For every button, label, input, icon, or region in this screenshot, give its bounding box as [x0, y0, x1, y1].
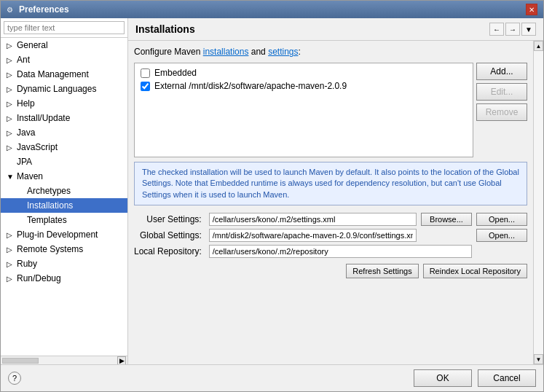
- bottom-bar: ? OK Cancel: [1, 364, 543, 391]
- help-button[interactable]: ?: [8, 372, 21, 385]
- sidebar-scrollbar[interactable]: ▶: [1, 356, 127, 364]
- close-button[interactable]: ✕: [526, 4, 537, 15]
- sidebar-item-plugin-development[interactable]: ▷ Plug-in Development: [1, 227, 127, 242]
- panel-body: Configure Maven installations and settin…: [128, 41, 533, 364]
- preferences-dialog: ⚙ Preferences ✕ ▷ General ▷ Ant: [0, 0, 544, 392]
- scroll-down-btn[interactable]: ▼: [534, 354, 543, 364]
- embedded-label: Embedded: [154, 68, 197, 78]
- arrow-icon: ▷: [7, 114, 14, 122]
- sidebar: ▷ General ▷ Ant ▷ Data Management ▷ Dyna…: [1, 18, 128, 364]
- sidebar-item-installations[interactable]: Installations: [1, 198, 127, 213]
- sidebar-item-ruby[interactable]: ▷ Ruby: [1, 256, 127, 271]
- user-settings-label: User Settings:: [134, 214, 205, 224]
- arrow-icon: ▷: [7, 246, 14, 254]
- installations-row: Embedded External /mnt/disk2/software/ap…: [134, 63, 527, 157]
- arrow-icon: ▷: [7, 231, 14, 239]
- filter-input[interactable]: [4, 21, 125, 34]
- arrow-icon: ▷: [7, 144, 14, 152]
- sidebar-item-install-update[interactable]: ▷ Install/Update: [1, 111, 127, 125]
- installation-item-external: External /mnt/disk2/software/apache-mave…: [138, 79, 470, 93]
- settings-link[interactable]: settings: [268, 47, 298, 57]
- arrow-icon: ▷: [7, 275, 14, 283]
- dialog-title: Preferences: [19, 4, 69, 15]
- local-repo-label: Local Repository:: [134, 246, 205, 256]
- sidebar-item-label: Archetypes: [27, 186, 71, 196]
- global-settings-label: Global Settings:: [134, 230, 205, 240]
- sidebar-item-templates[interactable]: Templates: [1, 213, 127, 227]
- scroll-track: [534, 51, 543, 354]
- sidebar-item-label: Templates: [27, 215, 67, 225]
- user-settings-input[interactable]: [209, 213, 417, 226]
- sidebar-item-javascript[interactable]: ▷ JavaScript: [1, 140, 127, 154]
- global-settings-open-button[interactable]: Open...: [476, 229, 527, 242]
- sidebar-item-data-management[interactable]: ▷ Data Management: [1, 67, 127, 82]
- user-settings-open-button[interactable]: Open...: [476, 213, 527, 226]
- sidebar-item-jpa[interactable]: JPA: [1, 154, 127, 169]
- refresh-row: Refresh Settings Reindex Local Repositor…: [134, 264, 527, 278]
- local-repo-input[interactable]: [209, 245, 472, 258]
- panel-toolbar: ← → ▼: [489, 23, 536, 36]
- right-scrollbar[interactable]: ▲ ▼: [533, 41, 543, 364]
- sidebar-item-maven[interactable]: ▼ Maven: [1, 169, 127, 184]
- side-buttons: Add... Edit... Remove: [476, 63, 527, 157]
- main-content: ▷ General ▷ Ant ▷ Data Management ▷ Dyna…: [1, 18, 543, 364]
- back-button[interactable]: ←: [489, 23, 504, 36]
- dialog-icon: ⚙: [7, 6, 13, 14]
- sidebar-item-label: Maven: [17, 171, 43, 181]
- arrow-icon: ▷: [7, 260, 14, 268]
- installations-link[interactable]: installations: [203, 47, 249, 57]
- settings-grid: User Settings: Browse... Open... Global …: [134, 213, 527, 258]
- config-desc-end: :: [298, 47, 300, 57]
- embedded-checkbox[interactable]: [141, 68, 150, 78]
- filter-box: [1, 18, 127, 38]
- sidebar-item-label: General: [17, 40, 48, 50]
- forward-button[interactable]: →: [505, 23, 520, 36]
- sidebar-item-label: Ant: [17, 55, 30, 65]
- sidebar-item-ant[interactable]: ▷ Ant: [1, 52, 127, 67]
- info-box: The checked installation will be used to…: [134, 162, 527, 205]
- arrow-icon: ▷: [7, 42, 14, 50]
- sidebar-item-run-debug[interactable]: ▷ Run/Debug: [1, 271, 127, 286]
- scroll-up-btn[interactable]: ▲: [534, 41, 543, 51]
- sidebar-item-label: JPA: [17, 157, 32, 167]
- sidebar-item-label: JavaScript: [17, 142, 58, 152]
- installation-item-embedded: Embedded: [138, 66, 470, 79]
- sidebar-item-remote-systems[interactable]: ▷ Remote Systems: [1, 242, 127, 256]
- sidebar-item-dynamic-languages[interactable]: ▷ Dynamic Languages: [1, 82, 127, 96]
- cancel-button[interactable]: Cancel: [478, 369, 536, 387]
- sidebar-item-java[interactable]: ▷ Java: [1, 125, 127, 140]
- arrow-icon: ▷: [7, 71, 14, 79]
- user-settings-browse-button[interactable]: Browse...: [421, 213, 472, 226]
- external-checkbox[interactable]: [141, 82, 150, 91]
- panel-body-wrapper: Configure Maven installations and settin…: [128, 41, 543, 364]
- arrow-icon: ▷: [7, 100, 14, 108]
- arrow-icon: ▼: [7, 173, 14, 181]
- remove-button[interactable]: Remove: [476, 103, 527, 121]
- add-button[interactable]: Add...: [476, 63, 527, 80]
- arrow-icon: ▷: [7, 129, 14, 137]
- sidebar-item-label: Ruby: [17, 259, 37, 269]
- arrow-icon: ▷: [7, 56, 14, 64]
- sidebar-item-general[interactable]: ▷ General: [1, 38, 127, 52]
- right-panel: Installations ← → ▼ Configure Maven inst…: [128, 18, 543, 364]
- sidebar-item-archetypes[interactable]: Archetypes: [1, 184, 127, 198]
- sidebar-item-label: Java: [17, 128, 35, 138]
- sidebar-item-help[interactable]: ▷ Help: [1, 96, 127, 111]
- installations-list: Embedded External /mnt/disk2/software/ap…: [134, 63, 473, 157]
- tree-area: ▷ General ▷ Ant ▷ Data Management ▷ Dyna…: [1, 38, 127, 356]
- sidebar-item-label: Dynamic Languages: [17, 84, 96, 94]
- reindex-local-repository-button[interactable]: Reindex Local Repository: [423, 264, 527, 278]
- global-settings-input[interactable]: [209, 229, 417, 242]
- sidebar-item-label: Data Management: [17, 69, 89, 79]
- arrow-icon: ▷: [7, 85, 14, 93]
- config-description: Configure Maven installations and settin…: [134, 47, 527, 57]
- edit-button[interactable]: Edit...: [476, 83, 527, 101]
- ok-button[interactable]: OK: [414, 369, 472, 387]
- external-label: External /mnt/disk2/software/apache-mave…: [154, 81, 347, 91]
- scroll-right-btn[interactable]: ▶: [117, 356, 126, 365]
- refresh-settings-button[interactable]: Refresh Settings: [346, 264, 418, 278]
- title-bar: ⚙ Preferences ✕: [1, 1, 543, 18]
- sidebar-item-label: Install/Update: [17, 113, 70, 123]
- sidebar-item-label: Plug-in Development: [17, 230, 98, 240]
- dropdown-button[interactable]: ▼: [521, 23, 536, 36]
